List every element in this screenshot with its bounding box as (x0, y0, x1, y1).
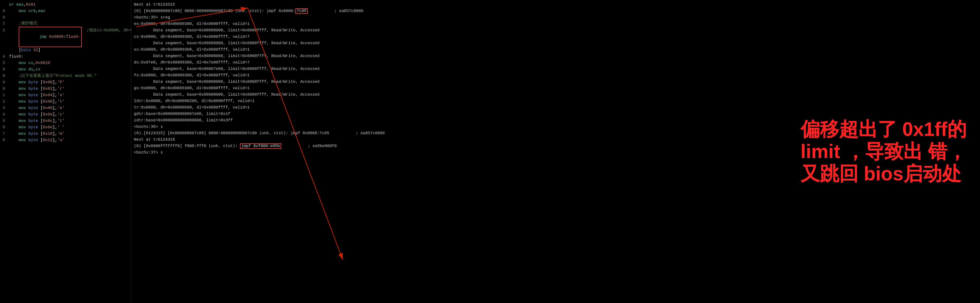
code-line-6: 6 mov ds,cx (3, 67, 128, 73)
code-line-0: 0 (3, 14, 128, 20)
code-line-mov-t2: 5 mov byte [0x0c],'t' (3, 118, 128, 124)
dbg-line-20: <bochs:36> s (134, 124, 790, 130)
dbg-line-16: ldtr:0x0000, dh=0x00008200, dl=0x0000fff… (134, 98, 790, 104)
code-line-5: 5 mov cx,0x0010 (3, 60, 128, 67)
dbg-line-21: (0).[6124315] [0x000000007c80] 0000:0000… (134, 130, 790, 137)
code-line-jmp: 2 jmp 0x0008:flush- ;现在cs:0x0000, dh=0x.… (3, 27, 128, 47)
jmp-instruction-box: jmp 0x0008:flush- (19, 27, 82, 47)
code-line-mov-t1: 2 mov byte [0x06],'t' (3, 99, 128, 105)
code-line-mov-P: 9 mov byte [0x00],'P' (3, 79, 128, 86)
code-line-mov-e: 3 mov byte [0x08],'e' (3, 105, 128, 112)
highlight-jmpf: jmpf 0xf000:e05b (240, 144, 281, 149)
right-debugger-panel: Next at t=6124315 (0) [0x000000007c80] 0… (131, 0, 792, 303)
dbg-line-3: <bochs:35> sreg (134, 14, 790, 21)
code-line-9: 9 mov cr0,eax (3, 8, 128, 14)
code-line-flush-label: 4 flush: (3, 54, 128, 60)
dbg-line-2: (0) [0x000000007c80] 0000:000000000007c8… (134, 8, 790, 14)
dbg-line-23: (0) [0x0000fffffff0] f000:fff0 (unk. ctx… (134, 143, 790, 150)
dbg-line-8: ss:0x0000, dh=0x00009300, dl=0x0000ffff,… (134, 46, 790, 53)
dbg-line-13: Data segment, base=0x00000000, limit=0x0… (134, 79, 790, 85)
code-line-bits: [bits 32] (3, 47, 128, 54)
annotation-text: 偏移超出了 0x1ff的limit ，导致出 错，又跳回 bios启动处 (800, 118, 972, 185)
dbg-line-19: idtr:base=0x0000000000000000, limit=0x3f… (134, 117, 790, 124)
dbg-line-18: gdtr:base=0x0000000000007e00, limit=0x1f (134, 111, 790, 117)
dbg-line-14: gs:0x0000, dh=0x00009300, dl=0x0000ffff,… (134, 85, 790, 92)
dbg-line-10: ds:0x07e0, dh=0x00009300, dl=0x7e00ffff,… (134, 59, 790, 66)
dbg-line-22: Next at t=6124316 (134, 137, 790, 143)
annotation-panel: 偏移超出了 0x1ff的limit ，导致出 错，又跳回 bios启动处 (792, 0, 980, 303)
main-container: or eax,0x01 9 mov cr0,eax 0 1 ;保护模式 2 jm… (0, 0, 980, 303)
dbg-line-11: Data segment, base=0x00007e00, limit=0x0… (134, 66, 790, 72)
code-line-comment-protected: 1 ;保护模式 (3, 20, 128, 27)
code-line-mov-r: 0 mov byte [0x02],'r' (3, 86, 128, 92)
code-line-comment-display: 8 ;以下在屏幕上显示"Protect mode OK." (3, 73, 128, 79)
dbg-line-17: tr:0x0000, dh=0x00008b00, dl=0x0000ffff,… (134, 104, 790, 111)
dbg-line-6: cs:0x0000, dh=0x00009300, dl=0x0000ffff,… (134, 34, 790, 40)
code-line-mov-c: 4 mov byte [0x0a],'c' (3, 112, 128, 118)
dbg-line-9: Data segment, base=0x00000000, limit=0x0… (134, 53, 790, 59)
dbg-line-5: Data segment, base=0x00000000, limit=0x0… (134, 27, 790, 34)
dbg-line-1: Next at t=6124315 (134, 2, 790, 8)
left-code-panel: or eax,0x01 9 mov cr0,eax 0 1 ;保护模式 2 jm… (0, 0, 131, 303)
dbg-line-7: Data segment, base=0x00000000, limit=0x0… (134, 40, 790, 46)
dbg-line-15: Data segment, base=0x00000000, limit=0x0… (134, 92, 790, 98)
code-line-mov-o2: 8 mov byte [0x12],'o' (3, 137, 128, 144)
code-line-mov-o: 1 mov byte [0x04],'o' (3, 92, 128, 99)
dbg-line-24: <bochs:37> s (134, 150, 790, 156)
dbg-line-12: fs:0x0000, dh=0x00009300, dl=0x0000ffff,… (134, 72, 790, 79)
code-line-or: or eax,0x01 (3, 2, 128, 8)
code-line-mov-m: 7 mov byte [0x10],'m' (3, 131, 128, 137)
code-line-mov-space: 6 mov byte [0x0e],' ' (3, 124, 128, 131)
highlight-7c85: 7c85 (296, 8, 308, 14)
dbg-line-4: es:0x0000, dh=0x00009300, dl=0x0000ffff,… (134, 21, 790, 27)
